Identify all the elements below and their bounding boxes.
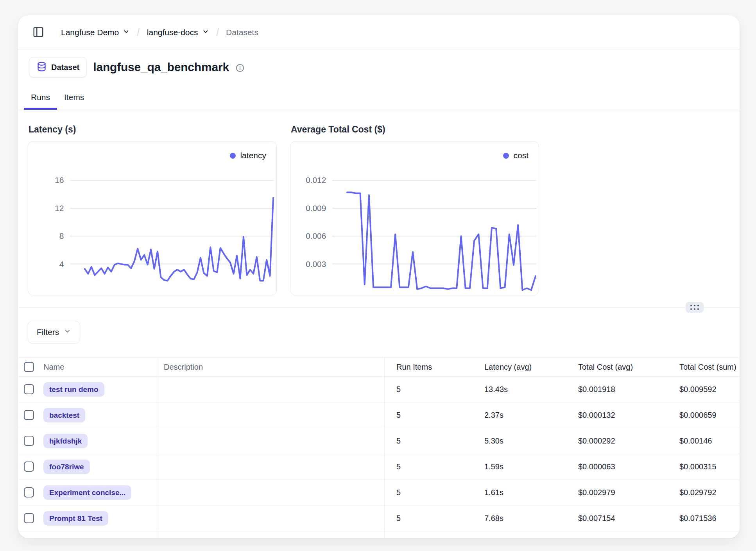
run-name-badge[interactable]: hjkfdshjk bbox=[43, 434, 88, 448]
description-cell bbox=[158, 403, 385, 428]
run-name-badge[interactable]: test run demo bbox=[43, 382, 104, 397]
tab-items[interactable]: Items bbox=[57, 84, 91, 110]
description-cell bbox=[158, 480, 385, 505]
dataset-badge-label: Dataset bbox=[51, 63, 79, 72]
svg-text:16: 16 bbox=[55, 175, 64, 184]
run-items-cell: 5 bbox=[385, 411, 467, 420]
total-cost-avg-cell: $0.007154 bbox=[561, 514, 662, 523]
total-cost-sum-cell: $0.000659 bbox=[662, 411, 740, 420]
filters-button[interactable]: Filters bbox=[28, 321, 80, 343]
breadcrumb-separator: / bbox=[216, 27, 219, 39]
table-header-row: Name Description Run Items Latency (avg)… bbox=[18, 358, 740, 377]
top-bar: Langfuse Demo / langfuse-docs / Datasets bbox=[18, 15, 740, 50]
total-cost-avg-cell: $0.000132 bbox=[561, 411, 662, 420]
run-name-badge[interactable]: foo78riwe bbox=[43, 460, 90, 474]
total-cost-avg-cell: $0.002979 bbox=[561, 488, 662, 497]
legend-dot-icon bbox=[503, 153, 509, 159]
breadcrumb-project[interactable]: langfuse-docs bbox=[147, 28, 209, 37]
svg-text:8: 8 bbox=[59, 231, 64, 240]
runs-table: Name Description Run Items Latency (avg)… bbox=[18, 358, 740, 538]
breadcrumb-project-label: langfuse-docs bbox=[147, 28, 198, 37]
svg-text:0.012: 0.012 bbox=[306, 175, 326, 184]
sidebar-toggle-button[interactable] bbox=[30, 24, 47, 41]
table-row: test run demo 5 13.43s $0.001918 $0.0095… bbox=[18, 377, 740, 403]
run-items-cell: 5 bbox=[385, 514, 467, 523]
table-row: Experiment concise... 5 1.61s $0.002979 … bbox=[18, 480, 740, 506]
latency-avg-cell: 2.37s bbox=[467, 411, 561, 420]
latency-avg-cell: 7.68s bbox=[467, 514, 561, 523]
chevron-down-icon bbox=[123, 28, 130, 37]
breadcrumb: Langfuse Demo / langfuse-docs / Datasets bbox=[61, 27, 258, 39]
row-checkbox[interactable] bbox=[24, 487, 34, 497]
latency-avg-cell: 1.59s bbox=[467, 462, 561, 471]
total-cost-avg-cell: $0.001918 bbox=[561, 385, 662, 394]
run-name-badge[interactable]: backtest bbox=[43, 408, 85, 422]
run-name-badge[interactable]: Prompt 81 Test bbox=[43, 511, 108, 526]
run-name-badge[interactable]: Experiment concise... bbox=[43, 485, 131, 500]
filters-row: Filters bbox=[28, 321, 80, 343]
latency-chart: 481216 latency bbox=[28, 141, 277, 295]
latency-legend: latency bbox=[230, 151, 266, 160]
cost-chart-title: Average Total Cost ($) bbox=[291, 124, 539, 135]
breadcrumb-datasets-label: Datasets bbox=[226, 28, 258, 37]
run-items-cell: 5 bbox=[385, 462, 467, 471]
tab-runs-label: Runs bbox=[31, 93, 50, 102]
column-header-run-items: Run Items bbox=[385, 363, 467, 372]
latency-avg-cell: 1.61s bbox=[467, 488, 561, 497]
legend-dot-icon bbox=[230, 153, 236, 159]
row-checkbox[interactable] bbox=[24, 410, 34, 420]
row-checkbox[interactable] bbox=[24, 436, 34, 446]
section-divider bbox=[18, 307, 740, 308]
latency-chart-title: Latency (s) bbox=[29, 124, 277, 135]
column-header-name: Name bbox=[43, 358, 158, 376]
column-header-description: Description bbox=[158, 358, 385, 376]
svg-text:12: 12 bbox=[55, 204, 64, 213]
total-cost-sum-cell: $0.009592 bbox=[662, 385, 740, 394]
cost-line-chart: 0.0030.0060.0090.012 bbox=[290, 141, 539, 295]
main-panel: Langfuse Demo / langfuse-docs / Datasets bbox=[18, 15, 740, 538]
description-cell bbox=[158, 454, 385, 479]
chevron-down-icon bbox=[202, 28, 209, 37]
table-row: foo78riwe 5 1.59s $0.000063 $0.000315 bbox=[18, 454, 740, 480]
title-bar: Dataset langfuse_qa_benchmark bbox=[18, 50, 740, 84]
row-checkbox[interactable] bbox=[24, 384, 34, 394]
svg-text:0.006: 0.006 bbox=[306, 231, 326, 240]
total-cost-sum-cell: $0.029792 bbox=[662, 488, 740, 497]
latency-avg-cell: 5.30s bbox=[467, 437, 561, 445]
table-row: hjkfdshjk 5 5.30s $0.000292 $0.00146 bbox=[18, 428, 740, 454]
svg-text:0.009: 0.009 bbox=[306, 204, 326, 213]
tab-bar: Runs Items bbox=[18, 84, 740, 110]
breadcrumb-datasets[interactable]: Datasets bbox=[226, 28, 258, 37]
cost-legend: cost bbox=[503, 151, 528, 160]
table-body: test run demo 5 13.43s $0.001918 $0.0095… bbox=[18, 377, 740, 531]
total-cost-avg-cell: $0.000063 bbox=[561, 462, 662, 471]
resize-handle[interactable] bbox=[686, 302, 704, 313]
description-cell bbox=[158, 428, 385, 454]
info-icon[interactable] bbox=[235, 63, 245, 73]
latency-legend-label: latency bbox=[240, 151, 266, 160]
table-row: Prompt 81 Test 5 7.68s $0.007154 $0.0715… bbox=[18, 506, 740, 531]
select-all-checkbox[interactable] bbox=[24, 362, 34, 372]
filters-button-label: Filters bbox=[37, 327, 59, 337]
table-row-partial bbox=[18, 531, 740, 538]
cost-chart-panel: Average Total Cost ($) 0.0030.0060.0090.… bbox=[290, 110, 539, 295]
tab-items-label: Items bbox=[64, 93, 84, 102]
description-cell bbox=[158, 506, 385, 531]
run-items-cell: 5 bbox=[385, 488, 467, 497]
total-cost-sum-cell: $0.00146 bbox=[662, 437, 740, 445]
row-checkbox[interactable] bbox=[24, 513, 34, 523]
cost-chart: 0.0030.0060.0090.012 cost bbox=[290, 141, 539, 295]
breadcrumb-separator: / bbox=[137, 27, 140, 39]
svg-text:0.003: 0.003 bbox=[306, 259, 326, 268]
total-cost-sum-cell: $0.071536 bbox=[662, 514, 740, 523]
latency-chart-panel: Latency (s) 481216 latency bbox=[28, 110, 277, 295]
cost-legend-label: cost bbox=[513, 151, 528, 160]
dataset-type-badge: Dataset bbox=[29, 57, 87, 77]
description-cell bbox=[158, 377, 385, 402]
total-cost-avg-cell: $0.000292 bbox=[561, 437, 662, 445]
panel-left-icon bbox=[32, 26, 44, 39]
tab-runs[interactable]: Runs bbox=[24, 84, 57, 110]
breadcrumb-org[interactable]: Langfuse Demo bbox=[61, 28, 130, 37]
breadcrumb-org-label: Langfuse Demo bbox=[61, 28, 119, 37]
row-checkbox[interactable] bbox=[24, 462, 34, 472]
